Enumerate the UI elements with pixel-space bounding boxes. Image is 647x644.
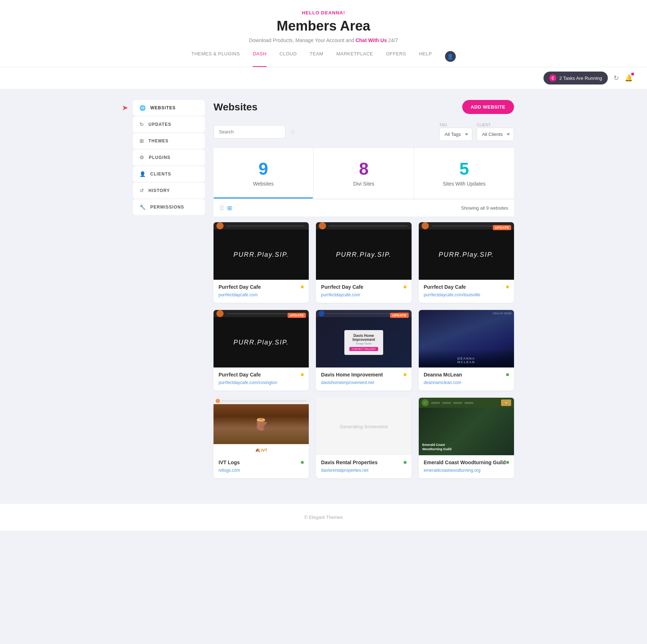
tasks-c-icon: C: [549, 74, 556, 82]
update-badge-3: UPDATE: [493, 225, 511, 230]
thumb-2: PURR.Play.SIP.: [316, 222, 411, 280]
nav-themes-plugins[interactable]: THEMES & PLUGINS: [191, 51, 240, 67]
list-view-button[interactable]: ☰: [219, 205, 224, 211]
sidebar-item-clients[interactable]: 👤 CLIENTS: [133, 166, 205, 182]
websites-icon: 🌐: [139, 105, 146, 111]
top-bar-icons: ↻ 🔔: [614, 74, 633, 82]
thumb-7: 🪵 🍂 IVT: [214, 398, 309, 455]
nav-profile[interactable]: 👤: [445, 51, 456, 67]
profile-avatar: 👤: [445, 51, 456, 62]
tag-select[interactable]: All Tags: [439, 128, 472, 141]
updates-icon: ↻: [139, 122, 144, 127]
website-url-5[interactable]: davishomeimprovement.net: [321, 380, 374, 385]
website-info-1: Purrfect Day Cafe purrfectdaycafe.com: [214, 280, 309, 303]
thumb-6: DEANNA MCLEAN VIEW MY WORK: [419, 310, 514, 367]
sidebar-item-themes[interactable]: ⊞ THEMES: [133, 133, 205, 149]
subtitle: Download Products, Manage Your Account a…: [7, 37, 640, 43]
nav-team[interactable]: TEAM: [310, 51, 324, 67]
sidebar-label-websites: WEBSITES: [150, 105, 176, 110]
top-header: HELLO DEANNA! Members Area Download Prod…: [0, 0, 647, 67]
permissions-icon: 🔧: [139, 204, 146, 210]
website-card-9: 🌿 🏠 Emerald CoastWoodturning: [419, 398, 514, 478]
themes-icon: ⊞: [139, 138, 144, 144]
sidebar-item-websites[interactable]: 🌐 WEBSITES: [133, 100, 205, 116]
stat-websites[interactable]: 9 Websites: [214, 148, 313, 198]
grid-view-button[interactable]: ⊞: [227, 205, 232, 211]
thumb-1: PURR.Play.SIP.: [214, 222, 309, 280]
bell-button[interactable]: 🔔: [625, 74, 633, 82]
members-title: Members Area: [7, 18, 640, 34]
refresh-button[interactable]: ↻: [614, 74, 619, 82]
website-info-2: Purrfect Day Cafe purrfectdaycafe.com: [316, 280, 411, 303]
stat-divi[interactable]: 8 Divi Sites: [314, 148, 413, 198]
nav-dash[interactable]: DASH: [253, 51, 266, 67]
status-dot-7: [301, 461, 304, 464]
sidebar-label-plugins: PLUGINS: [149, 155, 170, 160]
website-url-6[interactable]: deannamclean.com: [424, 380, 462, 385]
nav-offers[interactable]: OFFERS: [386, 51, 406, 67]
website-card-6: DEANNA MCLEAN VIEW MY WORK Deanna McLean…: [419, 310, 514, 390]
website-url-7[interactable]: ivtlogs.com: [219, 468, 240, 473]
main-nav: THEMES & PLUGINS DASH CLOUD TEAM MARKETP…: [7, 51, 640, 67]
status-dot-4: [301, 373, 304, 376]
thumb-4: PURR.Play.SIP. UPDATE: [214, 310, 309, 367]
website-card-2: PURR.Play.SIP. Purrfect Day Cafe purrfec…: [316, 222, 411, 303]
sidebar: 🌐 WEBSITES ↻ UPDATES ⊞ THEMES ⚙ PLUGINS …: [133, 100, 205, 478]
nav-help[interactable]: HELP: [419, 51, 432, 67]
stat-updates[interactable]: 5 Sites With Updates: [414, 148, 514, 198]
nav-cloud[interactable]: CLOUD: [280, 51, 297, 67]
status-dot-9: [506, 461, 509, 464]
stat-divi-label: Divi Sites: [321, 181, 406, 187]
thumb-8: Generating Screenshot: [316, 398, 411, 455]
stat-websites-number: 9: [221, 159, 306, 179]
client-filter-group: CLIENT All Clients: [477, 123, 514, 141]
page-title: Websites: [214, 101, 257, 113]
thumb-9: 🌿 🏠 Emerald CoastWoodturning: [419, 398, 514, 455]
add-website-button[interactable]: ADD WEBSITE: [462, 100, 514, 114]
sidebar-item-updates[interactable]: ↻ UPDATES: [133, 117, 205, 132]
stats-row: 9 Websites 8 Divi Sites 5 Sites With Upd…: [214, 148, 514, 198]
website-info-8: Davis Rental Properties davisrentalprope…: [316, 455, 411, 478]
sidebar-label-clients: CLIENTS: [150, 172, 171, 177]
tasks-running-button[interactable]: C 2 Tasks Are Running: [543, 72, 608, 85]
sidebar-item-history[interactable]: ↺ HISTORY: [133, 183, 205, 198]
clients-icon: 👤: [139, 171, 146, 177]
filters-bar: ☆ TAG All Tags CLIENT All Clients: [214, 123, 514, 141]
stat-updates-label: Sites With Updates: [422, 181, 507, 187]
website-url-8[interactable]: davisrentalproperties.net: [321, 468, 368, 473]
star-filter-button[interactable]: ☆: [290, 128, 295, 136]
website-url-3[interactable]: purrfectdaycafe.com/louisville: [424, 292, 480, 297]
website-url-1[interactable]: purrfectdaycafe.com: [219, 292, 258, 297]
website-card-1: PURR.Play.SIP. Purrfect Day Cafe purrfec…: [214, 222, 309, 303]
sidebar-label-permissions: PERMISSIONS: [150, 205, 184, 210]
bell-badge: [631, 73, 634, 76]
update-badge-5: UPDATE: [390, 313, 408, 318]
client-label: CLIENT: [477, 123, 514, 127]
website-url-9[interactable]: emeraldcoastwoodturning.org: [424, 468, 481, 473]
content-area: Websites ADD WEBSITE ☆ TAG All Tags CLIE…: [214, 100, 514, 478]
stat-websites-label: Websites: [221, 181, 306, 187]
sidebar-item-permissions[interactable]: 🔧 PERMISSIONS: [133, 199, 205, 215]
nav-marketplace[interactable]: MARKETPLACE: [336, 51, 373, 67]
tag-filter-group: TAG All Tags: [439, 123, 472, 141]
sidebar-item-plugins[interactable]: ⚙ PLUGINS: [133, 150, 205, 165]
website-url-4[interactable]: purrfectdaycafe.com/covington: [219, 380, 277, 385]
website-name-9: Emerald Coast Woodturning Guild: [424, 460, 509, 465]
website-info-9: Emerald Coast Woodturning Guild emeraldc…: [419, 455, 514, 478]
website-name-1: Purrfect Day Cafe: [219, 284, 304, 290]
website-card-7: 🪵 🍂 IVT IVT Logs ivtlogs.com: [214, 398, 309, 478]
status-dot-8: [404, 461, 407, 464]
website-name-2: Purrfect Day Cafe: [321, 284, 406, 290]
stat-divi-number: 8: [321, 159, 406, 179]
tag-label: TAG: [439, 123, 472, 127]
websites-toolbar: ☰ ⊞ Showing all 9 websites: [214, 199, 514, 216]
website-name-5: Davis Home Improvement: [321, 372, 406, 378]
website-card-3: PURR.Play.SIP. UPDATE Purrfect Day Cafe …: [419, 222, 514, 303]
chat-link[interactable]: Chat With Us: [355, 37, 387, 43]
website-url-2[interactable]: purrfectdaycafe.com: [321, 292, 360, 297]
update-badge-4: UPDATE: [288, 313, 306, 318]
website-name-7: IVT Logs: [219, 460, 304, 465]
thumb-5: Davis HomeImprovement Design Studio CONT…: [316, 310, 411, 367]
search-input[interactable]: [214, 125, 285, 138]
client-select[interactable]: All Clients: [477, 128, 514, 141]
